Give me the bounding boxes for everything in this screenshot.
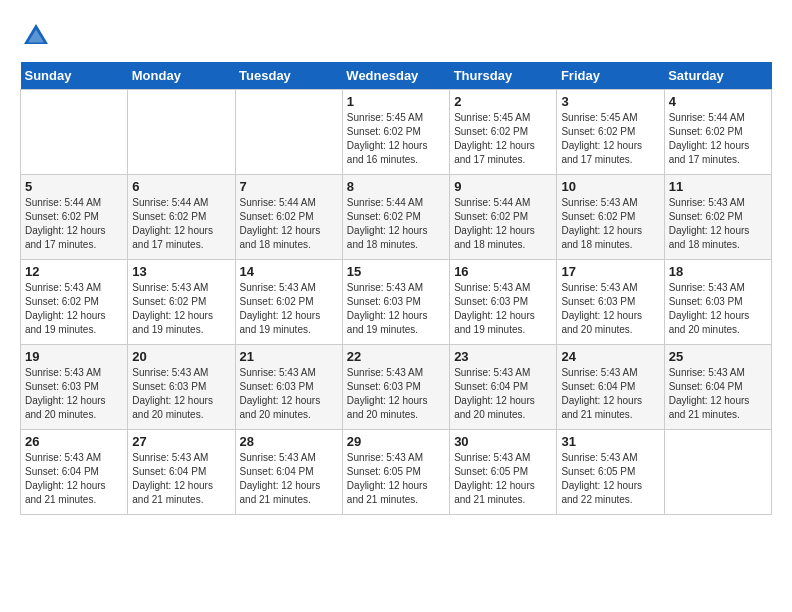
day-info: Sunrise: 5:43 AM Sunset: 6:02 PM Dayligh… xyxy=(25,281,123,337)
calendar-cell: 15Sunrise: 5:43 AM Sunset: 6:03 PM Dayli… xyxy=(342,260,449,345)
page-header xyxy=(20,20,772,52)
calendar-cell: 30Sunrise: 5:43 AM Sunset: 6:05 PM Dayli… xyxy=(450,430,557,515)
day-info: Sunrise: 5:44 AM Sunset: 6:02 PM Dayligh… xyxy=(669,111,767,167)
day-info: Sunrise: 5:43 AM Sunset: 6:04 PM Dayligh… xyxy=(25,451,123,507)
day-number: 5 xyxy=(25,179,123,194)
calendar-cell: 24Sunrise: 5:43 AM Sunset: 6:04 PM Dayli… xyxy=(557,345,664,430)
day-info: Sunrise: 5:45 AM Sunset: 6:02 PM Dayligh… xyxy=(347,111,445,167)
day-info: Sunrise: 5:44 AM Sunset: 6:02 PM Dayligh… xyxy=(347,196,445,252)
calendar-cell: 26Sunrise: 5:43 AM Sunset: 6:04 PM Dayli… xyxy=(21,430,128,515)
logo xyxy=(20,20,56,52)
day-number: 13 xyxy=(132,264,230,279)
calendar-cell: 13Sunrise: 5:43 AM Sunset: 6:02 PM Dayli… xyxy=(128,260,235,345)
calendar-cell: 28Sunrise: 5:43 AM Sunset: 6:04 PM Dayli… xyxy=(235,430,342,515)
day-number: 8 xyxy=(347,179,445,194)
day-number: 20 xyxy=(132,349,230,364)
calendar-cell: 14Sunrise: 5:43 AM Sunset: 6:02 PM Dayli… xyxy=(235,260,342,345)
calendar-week-5: 26Sunrise: 5:43 AM Sunset: 6:04 PM Dayli… xyxy=(21,430,772,515)
calendar-cell: 1Sunrise: 5:45 AM Sunset: 6:02 PM Daylig… xyxy=(342,90,449,175)
calendar-cell: 18Sunrise: 5:43 AM Sunset: 6:03 PM Dayli… xyxy=(664,260,771,345)
day-info: Sunrise: 5:43 AM Sunset: 6:02 PM Dayligh… xyxy=(240,281,338,337)
calendar-cell: 11Sunrise: 5:43 AM Sunset: 6:02 PM Dayli… xyxy=(664,175,771,260)
day-number: 26 xyxy=(25,434,123,449)
day-info: Sunrise: 5:43 AM Sunset: 6:04 PM Dayligh… xyxy=(454,366,552,422)
calendar-week-4: 19Sunrise: 5:43 AM Sunset: 6:03 PM Dayli… xyxy=(21,345,772,430)
day-number: 17 xyxy=(561,264,659,279)
day-info: Sunrise: 5:43 AM Sunset: 6:03 PM Dayligh… xyxy=(561,281,659,337)
day-number: 6 xyxy=(132,179,230,194)
day-info: Sunrise: 5:43 AM Sunset: 6:03 PM Dayligh… xyxy=(25,366,123,422)
day-info: Sunrise: 5:43 AM Sunset: 6:04 PM Dayligh… xyxy=(561,366,659,422)
weekday-header-thursday: Thursday xyxy=(450,62,557,90)
day-number: 7 xyxy=(240,179,338,194)
day-number: 22 xyxy=(347,349,445,364)
calendar-cell: 19Sunrise: 5:43 AM Sunset: 6:03 PM Dayli… xyxy=(21,345,128,430)
day-info: Sunrise: 5:43 AM Sunset: 6:05 PM Dayligh… xyxy=(454,451,552,507)
day-number: 19 xyxy=(25,349,123,364)
day-number: 24 xyxy=(561,349,659,364)
day-info: Sunrise: 5:43 AM Sunset: 6:04 PM Dayligh… xyxy=(132,451,230,507)
day-info: Sunrise: 5:45 AM Sunset: 6:02 PM Dayligh… xyxy=(561,111,659,167)
calendar-cell: 21Sunrise: 5:43 AM Sunset: 6:03 PM Dayli… xyxy=(235,345,342,430)
day-info: Sunrise: 5:43 AM Sunset: 6:04 PM Dayligh… xyxy=(240,451,338,507)
calendar-cell xyxy=(21,90,128,175)
day-info: Sunrise: 5:43 AM Sunset: 6:04 PM Dayligh… xyxy=(669,366,767,422)
day-number: 18 xyxy=(669,264,767,279)
day-info: Sunrise: 5:43 AM Sunset: 6:03 PM Dayligh… xyxy=(669,281,767,337)
calendar-cell: 10Sunrise: 5:43 AM Sunset: 6:02 PM Dayli… xyxy=(557,175,664,260)
day-info: Sunrise: 5:43 AM Sunset: 6:02 PM Dayligh… xyxy=(669,196,767,252)
day-number: 3 xyxy=(561,94,659,109)
calendar-header-row: SundayMondayTuesdayWednesdayThursdayFrid… xyxy=(21,62,772,90)
calendar-cell: 17Sunrise: 5:43 AM Sunset: 6:03 PM Dayli… xyxy=(557,260,664,345)
calendar-cell xyxy=(235,90,342,175)
calendar-cell: 5Sunrise: 5:44 AM Sunset: 6:02 PM Daylig… xyxy=(21,175,128,260)
day-number: 10 xyxy=(561,179,659,194)
day-info: Sunrise: 5:43 AM Sunset: 6:05 PM Dayligh… xyxy=(347,451,445,507)
day-number: 2 xyxy=(454,94,552,109)
calendar-table: SundayMondayTuesdayWednesdayThursdayFrid… xyxy=(20,62,772,515)
day-info: Sunrise: 5:43 AM Sunset: 6:03 PM Dayligh… xyxy=(132,366,230,422)
calendar-cell: 27Sunrise: 5:43 AM Sunset: 6:04 PM Dayli… xyxy=(128,430,235,515)
logo-icon xyxy=(20,20,52,52)
day-info: Sunrise: 5:43 AM Sunset: 6:03 PM Dayligh… xyxy=(347,366,445,422)
calendar-cell: 16Sunrise: 5:43 AM Sunset: 6:03 PM Dayli… xyxy=(450,260,557,345)
day-number: 27 xyxy=(132,434,230,449)
calendar-cell: 4Sunrise: 5:44 AM Sunset: 6:02 PM Daylig… xyxy=(664,90,771,175)
calendar-cell: 20Sunrise: 5:43 AM Sunset: 6:03 PM Dayli… xyxy=(128,345,235,430)
calendar-cell: 22Sunrise: 5:43 AM Sunset: 6:03 PM Dayli… xyxy=(342,345,449,430)
calendar-cell: 23Sunrise: 5:43 AM Sunset: 6:04 PM Dayli… xyxy=(450,345,557,430)
calendar-week-2: 5Sunrise: 5:44 AM Sunset: 6:02 PM Daylig… xyxy=(21,175,772,260)
day-info: Sunrise: 5:43 AM Sunset: 6:05 PM Dayligh… xyxy=(561,451,659,507)
calendar-cell: 8Sunrise: 5:44 AM Sunset: 6:02 PM Daylig… xyxy=(342,175,449,260)
day-number: 23 xyxy=(454,349,552,364)
calendar-cell: 29Sunrise: 5:43 AM Sunset: 6:05 PM Dayli… xyxy=(342,430,449,515)
day-info: Sunrise: 5:44 AM Sunset: 6:02 PM Dayligh… xyxy=(132,196,230,252)
day-number: 28 xyxy=(240,434,338,449)
day-number: 31 xyxy=(561,434,659,449)
calendar-cell: 9Sunrise: 5:44 AM Sunset: 6:02 PM Daylig… xyxy=(450,175,557,260)
day-number: 29 xyxy=(347,434,445,449)
weekday-header-saturday: Saturday xyxy=(664,62,771,90)
calendar-cell: 31Sunrise: 5:43 AM Sunset: 6:05 PM Dayli… xyxy=(557,430,664,515)
calendar-cell xyxy=(664,430,771,515)
day-info: Sunrise: 5:43 AM Sunset: 6:03 PM Dayligh… xyxy=(240,366,338,422)
weekday-header-tuesday: Tuesday xyxy=(235,62,342,90)
day-info: Sunrise: 5:43 AM Sunset: 6:03 PM Dayligh… xyxy=(347,281,445,337)
day-number: 14 xyxy=(240,264,338,279)
calendar-cell: 7Sunrise: 5:44 AM Sunset: 6:02 PM Daylig… xyxy=(235,175,342,260)
day-number: 25 xyxy=(669,349,767,364)
weekday-header-wednesday: Wednesday xyxy=(342,62,449,90)
calendar-week-3: 12Sunrise: 5:43 AM Sunset: 6:02 PM Dayli… xyxy=(21,260,772,345)
calendar-cell: 3Sunrise: 5:45 AM Sunset: 6:02 PM Daylig… xyxy=(557,90,664,175)
day-info: Sunrise: 5:43 AM Sunset: 6:03 PM Dayligh… xyxy=(454,281,552,337)
day-info: Sunrise: 5:43 AM Sunset: 6:02 PM Dayligh… xyxy=(561,196,659,252)
day-number: 30 xyxy=(454,434,552,449)
day-number: 4 xyxy=(669,94,767,109)
calendar-cell: 2Sunrise: 5:45 AM Sunset: 6:02 PM Daylig… xyxy=(450,90,557,175)
day-info: Sunrise: 5:44 AM Sunset: 6:02 PM Dayligh… xyxy=(25,196,123,252)
day-number: 21 xyxy=(240,349,338,364)
day-number: 15 xyxy=(347,264,445,279)
day-number: 12 xyxy=(25,264,123,279)
day-number: 9 xyxy=(454,179,552,194)
weekday-header-friday: Friday xyxy=(557,62,664,90)
